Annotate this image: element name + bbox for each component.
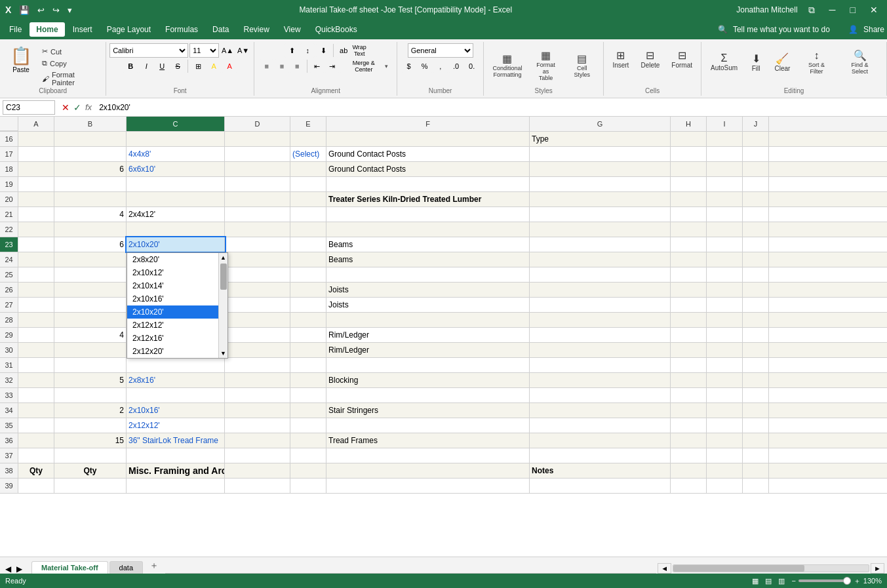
cell[interactable] xyxy=(326,358,530,372)
row-number[interactable]: 36 xyxy=(0,433,18,448)
cell[interactable] xyxy=(54,192,127,206)
cell[interactable] xyxy=(290,222,326,237)
cell[interactable] xyxy=(707,237,743,252)
cell[interactable] xyxy=(225,343,290,357)
cell[interactable] xyxy=(530,192,671,206)
dropdown-item[interactable]: 2x8x20' xyxy=(127,253,227,266)
scroll-down-button[interactable]: ▼ xyxy=(220,349,226,358)
cell[interactable] xyxy=(743,298,769,312)
select-all-button[interactable] xyxy=(0,117,18,131)
cell[interactable]: Qty xyxy=(54,463,127,478)
cell[interactable] xyxy=(671,298,707,312)
cell[interactable] xyxy=(326,267,530,282)
cell[interactable] xyxy=(707,463,743,478)
cell[interactable] xyxy=(671,418,707,433)
cell[interactable] xyxy=(225,267,290,282)
copy-button[interactable]: ⧉ Copy xyxy=(38,58,100,69)
row-number[interactable]: 30 xyxy=(0,343,18,357)
fill-color-button[interactable]: A xyxy=(207,59,221,73)
row-number[interactable]: 16 xyxy=(0,132,18,146)
sheet-tab-material[interactable]: Material Take-off xyxy=(31,561,108,574)
cell[interactable] xyxy=(127,222,225,237)
cell[interactable] xyxy=(290,433,326,448)
formula-input[interactable] xyxy=(96,100,884,115)
cell[interactable] xyxy=(127,388,225,402)
cell[interactable] xyxy=(225,177,290,191)
cell[interactable] xyxy=(530,433,671,448)
cell[interactable] xyxy=(530,448,671,463)
insert-button[interactable]: ⊞ Insert xyxy=(608,46,633,72)
cell[interactable] xyxy=(671,358,707,372)
cell[interactable]: 36" StairLok Tread Frame xyxy=(127,433,225,448)
cell[interactable]: Joists xyxy=(326,283,530,297)
cell[interactable]: Rim/Ledger xyxy=(326,328,530,342)
row-number[interactable]: 21 xyxy=(0,207,18,222)
cell[interactable] xyxy=(225,433,290,448)
cell[interactable] xyxy=(530,237,671,252)
cell[interactable] xyxy=(707,433,743,448)
cell[interactable] xyxy=(530,479,671,493)
cell[interactable]: Blocking xyxy=(326,373,530,387)
decrease-indent-button[interactable]: ⇤ xyxy=(310,59,324,73)
dropdown-scrollbar[interactable]: ▲▼ xyxy=(218,253,227,358)
cell[interactable] xyxy=(326,448,530,463)
cell[interactable] xyxy=(743,328,769,342)
cell[interactable] xyxy=(290,328,326,342)
menu-review[interactable]: Review xyxy=(237,22,275,37)
menu-file[interactable]: File xyxy=(3,22,28,37)
format-button[interactable]: ⊟ Format xyxy=(667,46,697,72)
cell[interactable] xyxy=(530,298,671,312)
cell[interactable] xyxy=(18,298,54,312)
cell[interactable] xyxy=(326,207,530,222)
cell[interactable] xyxy=(707,418,743,433)
cell[interactable] xyxy=(54,252,127,267)
menu-page-layout[interactable]: Page Layout xyxy=(100,22,157,37)
decrease-font-button[interactable]: A▼ xyxy=(236,43,250,58)
cell[interactable] xyxy=(326,418,530,433)
cell[interactable] xyxy=(530,147,671,161)
cell[interactable] xyxy=(225,328,290,342)
row-number[interactable]: 37 xyxy=(0,448,18,463)
fill-button[interactable]: ⬇ Fill xyxy=(744,49,768,75)
cell[interactable] xyxy=(671,433,707,448)
align-left-button[interactable]: ≡ xyxy=(260,59,273,73)
cell[interactable] xyxy=(707,298,743,312)
share-label[interactable]: Share xyxy=(863,25,884,34)
cell[interactable] xyxy=(18,207,54,222)
cell[interactable] xyxy=(530,418,671,433)
cell[interactable] xyxy=(290,463,326,478)
cell[interactable] xyxy=(54,177,127,191)
cell[interactable] xyxy=(225,283,290,297)
row-number[interactable]: 31 xyxy=(0,358,18,372)
cell[interactable] xyxy=(225,147,290,161)
cell[interactable] xyxy=(18,448,54,463)
cell[interactable]: Rim/Ledger xyxy=(326,343,530,357)
cell[interactable] xyxy=(326,132,530,146)
cell[interactable] xyxy=(743,207,769,222)
cell[interactable] xyxy=(707,403,743,418)
percent-button[interactable]: % xyxy=(418,59,432,73)
cell[interactable] xyxy=(671,222,707,237)
cell[interactable] xyxy=(290,479,326,493)
scroll-up-button[interactable]: ▲ xyxy=(220,253,226,262)
cell[interactable] xyxy=(127,358,225,372)
merge-center-button[interactable]: Merge & Center ▾ xyxy=(340,59,391,73)
cell[interactable]: 2x8x16' xyxy=(127,373,225,387)
cell[interactable] xyxy=(707,448,743,463)
row-number[interactable]: 23 xyxy=(0,237,18,252)
cell[interactable] xyxy=(671,403,707,418)
cell[interactable] xyxy=(530,177,671,191)
delete-button[interactable]: ⊟ Delete xyxy=(636,46,664,72)
cell[interactable] xyxy=(225,207,290,222)
cell[interactable] xyxy=(707,162,743,176)
cell[interactable] xyxy=(290,373,326,387)
col-header-i[interactable]: I xyxy=(707,117,743,131)
cell[interactable] xyxy=(290,418,326,433)
menu-view[interactable]: View xyxy=(277,22,307,37)
cell[interactable] xyxy=(530,222,671,237)
page-layout-view-button[interactable]: ▤ xyxy=(765,577,772,585)
cell[interactable]: Type xyxy=(530,132,671,146)
cut-button[interactable]: ✂ Cut xyxy=(38,46,100,57)
dropdown-item[interactable]: 2x10x12' xyxy=(127,266,227,279)
cell[interactable]: Treater Series Kiln-Dried Treated Lumber xyxy=(326,192,530,206)
